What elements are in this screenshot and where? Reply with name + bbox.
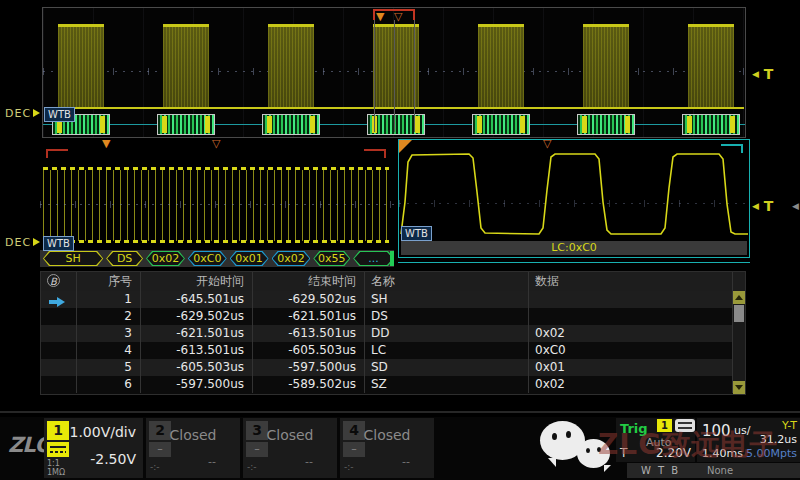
- trigger-level-t: T: [764, 66, 774, 82]
- decode-token: 0x02: [272, 251, 311, 266]
- token-text: 0x02: [273, 252, 310, 265]
- table-row[interactable]: 4 -613.501us -605.503us LC 0xC0: [41, 342, 745, 359]
- cell-name: LC: [365, 342, 529, 359]
- channel-1-block[interactable]: 1 1:1 1MΩ 1.00V/div -2.50V: [44, 418, 143, 478]
- cell-name: SH: [365, 291, 529, 308]
- scroll-nub-icon[interactable]: ◀: [792, 201, 799, 211]
- cell-index: 4: [77, 342, 141, 359]
- trigger-level-marker[interactable]: ◀ T: [752, 198, 773, 214]
- table-row[interactable]: 3 -621.501us -613.501us DD 0x02: [41, 325, 745, 342]
- zoom-region-line: [374, 20, 375, 132]
- cell-data: 0xC0: [529, 342, 733, 359]
- cell-start: -645.501us: [141, 291, 253, 308]
- table-row[interactable]: 1 -645.501us -629.502us SH: [41, 291, 745, 308]
- trigger-position-icon[interactable]: ▼: [376, 12, 384, 22]
- main-waveform-panel: ▼ ▽: [42, 7, 746, 138]
- decode-channel-label: DEC: [5, 236, 40, 249]
- memory-depth: 5.00Mpts: [746, 447, 797, 460]
- cell-index: 6: [77, 376, 141, 393]
- trigger-symbol: T: [620, 446, 627, 460]
- channel-3-block[interactable]: 3 – Closed -:- --: [243, 418, 337, 478]
- display-mode: Y-T: [782, 419, 797, 432]
- wtb-bus-badge[interactable]: WTB: [44, 107, 75, 122]
- timebase-block[interactable]: 100 us/ Y-T 31.2us 1.40ms 5.00Mpts: [697, 418, 800, 462]
- channel-2-block[interactable]: 2 – Closed -:- --: [146, 418, 240, 478]
- cell-index: 3: [77, 325, 141, 342]
- trigger-level-arrow-icon: ◀: [752, 201, 759, 211]
- decode-frame-bars: [682, 114, 740, 135]
- zoom-wave-panel: ▽ WTB LC:0xC0: [398, 139, 750, 258]
- coupling-off-icon: –: [246, 442, 268, 457]
- cell-end: -605.503us: [253, 342, 365, 359]
- acquire-span: 1.40ms: [702, 447, 743, 460]
- timebase-scale: 100: [702, 422, 731, 440]
- decode-token: SH: [43, 251, 103, 266]
- delay-position-icon[interactable]: ▽: [212, 139, 220, 149]
- cell-name: SZ: [365, 376, 529, 393]
- cell-start: -597.500us: [141, 376, 253, 393]
- cell-data: 0x01: [529, 359, 733, 376]
- table-scrollbar[interactable]: [733, 291, 745, 394]
- token-text: 0x02: [147, 252, 184, 265]
- channel-2-dash: --: [208, 455, 216, 468]
- row-marker-cell: [41, 342, 77, 359]
- cell-name: DS: [365, 308, 529, 325]
- table-header-row: B 序号 开始时间 结束时间 名称 数据: [41, 272, 745, 291]
- trigger-position-icon[interactable]: ▼: [102, 139, 110, 149]
- decode-frame-bars: [157, 114, 215, 135]
- row-marker-cell: [41, 325, 77, 342]
- current-row-arrow-icon: [49, 295, 65, 308]
- channel-1-badge[interactable]: 1: [47, 421, 69, 440]
- cell-start: -621.501us: [141, 325, 253, 342]
- trigger-status: Trig: [620, 421, 648, 436]
- trigger-level-arrow-icon: ◀: [752, 69, 759, 79]
- signal-burst: [583, 24, 629, 107]
- scrollbar-down-icon[interactable]: [733, 381, 745, 394]
- wtb-bus-badge[interactable]: WTB: [43, 236, 74, 251]
- cell-start: -613.501us: [141, 342, 253, 359]
- channel-4-dash: -:-: [344, 462, 354, 472]
- trigger-level-marker[interactable]: ◀ T: [752, 66, 773, 82]
- zoom-decode-panel: ▼ ▽ SH DS 0x02 0xC0 0x01 0x02 0x55 ...: [40, 140, 394, 267]
- bottom-divider: [0, 411, 800, 413]
- col-header-start-time: 开始时间: [141, 272, 253, 291]
- token-text: 0xC0: [189, 252, 226, 265]
- waveform-low-envelope: [43, 240, 389, 243]
- channel-4-block[interactable]: 4 – Closed -:- --: [340, 418, 434, 478]
- zoom-corner-bracket: [364, 149, 386, 158]
- decode-frame-bars: [577, 114, 635, 135]
- dec-text: DEC: [5, 107, 31, 120]
- scrollbar-up-icon[interactable]: [733, 291, 745, 304]
- table-row[interactable]: 2 -629.502us -621.501us DS: [41, 308, 745, 325]
- row-marker-cell: [41, 359, 77, 376]
- channel-4-state: Closed: [340, 427, 434, 443]
- wechat-icon-tail: [604, 465, 611, 472]
- scrollbar-thumb[interactable]: [734, 305, 744, 322]
- delay-position-icon[interactable]: ▽: [394, 12, 402, 22]
- zoom-corner-bracket: [46, 149, 68, 158]
- probe-ratio: 1:1: [47, 459, 65, 468]
- wtb-bus-badge[interactable]: WTB: [401, 226, 432, 241]
- table-row[interactable]: 5 -605.503us -597.500us SD 0x01: [41, 359, 745, 376]
- signal-burst: [373, 24, 419, 107]
- col-header-data: 数据: [529, 272, 733, 291]
- axis-ticks: [40, 201, 394, 208]
- decode-token: 0x55: [313, 251, 350, 266]
- zoom-region-line: [414, 20, 415, 132]
- cell-name: DD: [365, 325, 529, 342]
- channel-3-dash: --: [305, 455, 313, 468]
- trigger-source-badge: 1: [657, 419, 672, 432]
- probe-settings: 1:1 1MΩ: [47, 459, 65, 477]
- table-row[interactable]: 6 -597.500us -589.502us SZ 0x02: [41, 376, 745, 393]
- bus-b-icon[interactable]: B: [47, 274, 60, 287]
- decode-event-table: B 序号 开始时间 结束时间 名称 数据 1 -645.501us -629.5…: [40, 271, 746, 395]
- decode-token: 0xC0: [188, 251, 227, 266]
- channel-2-dash: -:-: [150, 462, 160, 472]
- cell-index: 5: [77, 359, 141, 376]
- sweep-state: None: [707, 463, 733, 478]
- zoom-region-bracket[interactable]: ▼ ▽: [373, 9, 415, 20]
- horizontal-delay: 31.2us: [760, 433, 797, 446]
- trigger-level-t: T: [764, 198, 774, 214]
- trigger-status-block[interactable]: Trig 1 Auto T 2.20V: [616, 418, 695, 462]
- dec-arrow-icon: [33, 238, 40, 246]
